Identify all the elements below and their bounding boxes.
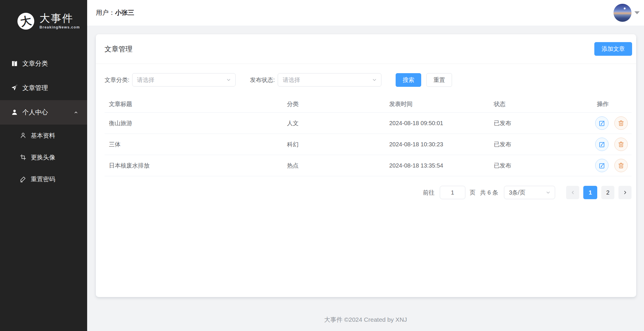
sidebar-item-article-manage[interactable]: 文章管理 <box>0 76 87 100</box>
top-header: 用户：小张三 <box>87 0 644 26</box>
profile-submenu: 基本资料 更换头像 重置密码 <box>0 125 87 190</box>
table-row: 三体 科幻 2024-08-18 10:30:23 已发布 <box>105 134 632 155</box>
table-row: 衡山旅游 人文 2024-08-18 09:50:01 已发布 <box>105 113 632 134</box>
goto-page-input[interactable] <box>440 186 465 199</box>
status-filter-label: 发布状态: <box>250 76 275 84</box>
brand-name: 大事件 <box>40 13 80 24</box>
next-page-button[interactable] <box>618 186 632 199</box>
card-header: 文章管理 添加文章 <box>96 34 636 64</box>
status-select[interactable]: 请选择 <box>278 73 381 87</box>
table-header-row: 文章标题 分类 发表时间 状态 操作 <box>105 96 632 113</box>
table-row: 日本核废水排放 热点 2024-08-18 13:35:54 已发布 <box>105 155 632 176</box>
sidebar-item-label: 重置密码 <box>31 175 55 183</box>
sidebar-item-change-avatar[interactable]: 更换头像 <box>0 146 87 168</box>
content-area: 文章管理 添加文章 文章分类: 请选择 发布状态: <box>87 26 644 331</box>
sidebar-item-label: 文章管理 <box>22 84 48 92</box>
chevron-right-icon <box>622 190 628 195</box>
article-category-cell: 人文 <box>283 119 385 127</box>
article-manage-card: 文章管理 添加文章 文章分类: 请选择 发布状态: <box>96 34 636 297</box>
article-category-cell: 科幻 <box>283 141 385 148</box>
article-status-cell: 已发布 <box>489 141 593 148</box>
sidebar-item-profile-center[interactable]: 个人中心 <box>0 100 87 125</box>
edit-article-button[interactable] <box>595 138 609 151</box>
trash-icon <box>618 120 625 127</box>
pager: 1 2 <box>566 186 632 199</box>
category-filter-label: 文章分类: <box>105 76 130 84</box>
column-header-category: 分类 <box>283 100 385 108</box>
chevron-down-icon <box>226 77 232 83</box>
sidebar-item-label: 个人中心 <box>22 108 48 117</box>
column-header-actions: 操作 <box>593 100 632 108</box>
caret-up-icon <box>73 110 78 115</box>
brand-text: 大事件 BreakingNews.com <box>40 13 80 29</box>
article-actions-cell <box>593 138 632 151</box>
article-status-cell: 已发布 <box>489 162 593 170</box>
article-title-cell: 三体 <box>105 141 283 148</box>
trash-icon <box>618 162 625 169</box>
sidebar-item-basic-info[interactable]: 基本资料 <box>0 125 87 146</box>
sidebar-item-reset-password[interactable]: 重置密码 <box>0 168 87 190</box>
article-title-cell: 衡山旅游 <box>105 119 283 127</box>
article-category-cell: 热点 <box>283 162 385 170</box>
edit-article-button[interactable] <box>595 159 609 172</box>
page-number-button[interactable]: 2 <box>601 186 614 199</box>
sidebar-item-label: 基本资料 <box>31 132 55 140</box>
user-label: 用户： <box>96 9 115 16</box>
page-unit-label: 页 <box>470 189 476 197</box>
article-title-cell: 日本核废水排放 <box>105 162 283 170</box>
category-select-placeholder: 请选择 <box>137 76 155 84</box>
reset-button[interactable]: 重置 <box>426 73 452 87</box>
caret-down-icon[interactable] <box>634 11 640 14</box>
user-greeting: 用户：小张三 <box>96 8 134 17</box>
card-body: 文章分类: 请选择 发布状态: 请选择 <box>96 64 636 297</box>
filter-row: 文章分类: 请选择 发布状态: 请选择 <box>105 73 632 87</box>
article-time-cell: 2024-08-18 13:35:54 <box>385 162 489 169</box>
sidebar-menu: 文章分类 文章管理 个人中心 <box>0 51 87 190</box>
sidebar-item-label: 更换头像 <box>31 153 55 161</box>
chevron-left-icon <box>570 190 576 195</box>
goto-page-label: 前往 <box>423 189 435 197</box>
article-time-cell: 2024-08-18 09:50:01 <box>385 120 489 127</box>
pagination: 前往 页 共 6 条 3条/页 <box>105 186 632 199</box>
sidebar-item-label: 文章分类 <box>22 59 48 68</box>
total-count-label: 共 6 条 <box>480 189 498 197</box>
main-area: 用户：小张三 文章管理 添加文章 文章分类: 请选择 <box>87 0 644 331</box>
avatar[interactable] <box>613 4 632 22</box>
management-icon <box>11 60 18 67</box>
delete-article-button[interactable] <box>614 116 628 130</box>
search-button[interactable]: 搜索 <box>396 73 421 87</box>
column-header-status: 状态 <box>489 100 593 108</box>
app-root: 大 大事件 BreakingNews.com 文章分类 文章管理 <box>0 0 644 331</box>
delete-article-button[interactable] <box>614 138 628 151</box>
page-number-button[interactable]: 1 <box>583 186 597 199</box>
add-article-button[interactable]: 添加文章 <box>594 42 632 56</box>
article-status-cell: 已发布 <box>489 119 593 127</box>
edit-icon <box>598 162 605 169</box>
edit-icon <box>598 141 605 148</box>
header-user-menu <box>613 4 640 22</box>
crop-icon <box>20 154 26 161</box>
trash-icon <box>618 141 625 148</box>
prev-page-button[interactable] <box>566 186 579 199</box>
edit-pen-icon <box>20 176 26 182</box>
articles-table: 文章标题 分类 发表时间 状态 操作 衡山旅游 人文 2024-08-18 09… <box>105 96 632 176</box>
category-select[interactable]: 请选择 <box>132 73 236 87</box>
column-header-time: 发表时间 <box>385 100 489 108</box>
article-time-cell: 2024-08-18 10:30:23 <box>385 141 489 148</box>
brand-logo-glyph: 大 <box>19 15 32 27</box>
sidebar: 大 大事件 BreakingNews.com 文章分类 文章管理 <box>0 0 87 331</box>
article-actions-cell <box>593 159 632 172</box>
brand-logo: 大 大事件 BreakingNews.com <box>0 0 87 42</box>
chevron-down-icon <box>545 190 551 195</box>
brand-tagline: BreakingNews.com <box>40 25 80 29</box>
page-size-value: 3条/页 <box>509 189 525 197</box>
user-filled-icon <box>11 109 18 116</box>
sidebar-item-article-category[interactable]: 文章分类 <box>0 51 87 76</box>
edit-article-button[interactable] <box>595 116 609 130</box>
username: 小张三 <box>115 9 134 16</box>
user-icon <box>20 132 26 139</box>
page-size-select[interactable]: 3条/页 <box>504 186 555 199</box>
footer-text: 大事件 ©2024 Created by XNJ <box>87 316 644 324</box>
chevron-down-icon <box>372 77 377 83</box>
delete-article-button[interactable] <box>614 159 628 172</box>
